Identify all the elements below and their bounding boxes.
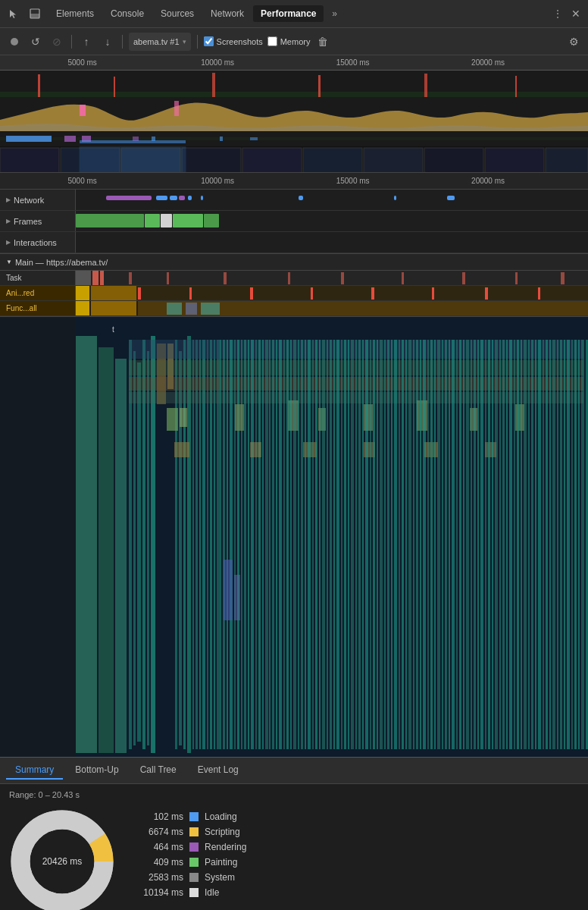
svg-rect-182 <box>434 340 436 749</box>
cursor-icon[interactable] <box>3 3 24 24</box>
svg-rect-110 <box>230 340 233 749</box>
svg-rect-84 <box>133 351 136 745</box>
svg-rect-1 <box>30 14 39 18</box>
svg-rect-164 <box>370 340 371 749</box>
more-tabs-button[interactable]: » <box>325 5 343 23</box>
svg-point-2 <box>11 38 18 46</box>
timeline-overview[interactable]: 5000 ms 10000 ms 15000 ms 20000 ms FPS C… <box>0 55 588 173</box>
interactions-track-row[interactable]: ▶ Interactions <box>0 232 588 253</box>
svg-rect-30 <box>546 148 588 174</box>
frames-collapse-icon: ▶ <box>6 218 11 224</box>
reload-button[interactable]: ↺ <box>27 33 44 50</box>
memory-checkbox[interactable] <box>267 36 277 46</box>
tab-call-tree[interactable]: Call Tree <box>131 761 186 780</box>
tab-performance[interactable]: Performance <box>253 5 324 22</box>
animation-label: Ani...red <box>0 286 76 300</box>
frames-track-label[interactable]: ▶ Frames <box>0 211 76 231</box>
settings-button[interactable]: ⚙ <box>565 33 582 50</box>
time-label-15000: 15000 ms <box>336 58 370 67</box>
svg-rect-24 <box>182 148 241 174</box>
svg-rect-137 <box>272 340 274 749</box>
svg-rect-35 <box>179 196 185 200</box>
memory-label: Memory <box>280 37 311 46</box>
svg-rect-63 <box>250 287 253 300</box>
target-selector[interactable]: abema.tv #1 ▾ <box>129 33 191 51</box>
svg-rect-186 <box>449 340 450 749</box>
svg-rect-118 <box>258 340 261 749</box>
svg-rect-209 <box>531 340 533 749</box>
svg-rect-62 <box>189 287 192 300</box>
close-devtools-button[interactable]: ✕ <box>567 8 585 20</box>
separator-1 <box>71 35 72 49</box>
svg-rect-59 <box>76 286 89 300</box>
bottom-tabs: Summary Bottom-Up Call Tree Event Log <box>0 757 588 784</box>
idle-color-swatch <box>189 888 199 897</box>
tab-console[interactable]: Console <box>103 5 152 22</box>
record-button[interactable] <box>6 33 23 50</box>
tab-event-log[interactable]: Event Log <box>189 761 248 780</box>
main-section-header[interactable]: ▼ Main — https://abema.tv/ <box>0 254 588 271</box>
svg-rect-228 <box>234 575 240 620</box>
svg-rect-241 <box>189 873 199 882</box>
svg-rect-210 <box>535 340 536 749</box>
frames-track-row[interactable]: ▶ Frames <box>0 211 588 232</box>
rendering-color-swatch <box>189 843 199 852</box>
svg-rect-119 <box>262 340 264 749</box>
svg-rect-196 <box>485 340 486 749</box>
svg-rect-165 <box>373 340 375 749</box>
screenshot-strip <box>0 146 588 173</box>
screenshots-checkbox[interactable] <box>204 36 214 46</box>
stop-button[interactable]: ⊘ <box>48 33 65 50</box>
svg-rect-194 <box>477 340 479 749</box>
interactions-track-label[interactable]: ▶ Interactions <box>0 232 76 253</box>
flame-chart-canvas[interactable]: t <box>0 317 588 757</box>
function-row: Func...all <box>0 301 588 316</box>
svg-rect-216 <box>557 340 558 749</box>
network-track-label[interactable]: ▶ Network <box>0 190 76 210</box>
svg-rect-61 <box>138 287 141 300</box>
svg-rect-212 <box>543 340 544 749</box>
svg-rect-220 <box>571 340 573 749</box>
svg-rect-56 <box>515 272 518 284</box>
svg-rect-55 <box>462 272 465 284</box>
legend-system: 2583 ms System <box>130 872 246 883</box>
summary-legend: 102 ms Loading 6674 ms Scripting 464 ms … <box>130 808 246 898</box>
separator-3 <box>197 35 198 49</box>
tab-summary[interactable]: Summary <box>6 761 63 780</box>
download-button[interactable]: ↓ <box>99 33 116 50</box>
svg-rect-159 <box>351 340 354 749</box>
clear-button[interactable]: 🗑 <box>314 33 331 50</box>
upload-button[interactable]: ↑ <box>78 33 95 50</box>
svg-rect-166 <box>377 340 378 749</box>
tab-sources[interactable]: Sources <box>153 5 202 22</box>
summary-panel: Range: 0 – 20.43 s <box>0 784 588 910</box>
svg-rect-33 <box>156 196 167 200</box>
svg-rect-80 <box>76 336 97 753</box>
menu-dots[interactable]: ⋮ <box>549 8 567 19</box>
tab-elements[interactable]: Elements <box>48 5 102 22</box>
scripting-label: Scripting <box>205 827 240 837</box>
svg-rect-181 <box>430 340 433 749</box>
tab-network[interactable]: Network <box>203 5 252 22</box>
svg-rect-169 <box>387 340 389 749</box>
svg-rect-162 <box>362 340 364 749</box>
timeline-main[interactable]: 5000 ms 10000 ms 15000 ms 20000 ms ▶ Net… <box>0 173 588 254</box>
svg-rect-177 <box>416 340 418 749</box>
svg-rect-52 <box>288 272 290 284</box>
network-track-row[interactable]: ▶ Network <box>0 190 588 211</box>
svg-rect-238 <box>189 827 199 836</box>
svg-rect-204 <box>514 340 515 749</box>
range-text: Range: 0 – 20.43 s <box>9 790 579 799</box>
svg-rect-76 <box>201 303 220 315</box>
svg-rect-21 <box>0 148 59 174</box>
tab-bottom-up[interactable]: Bottom-Up <box>66 761 127 780</box>
svg-rect-131 <box>250 442 261 457</box>
rendering-label: Rendering <box>205 842 246 852</box>
svg-rect-173 <box>402 340 404 749</box>
main-flame-section[interactable]: ▼ Main — https://abema.tv/ Task Ani...r <box>0 254 588 317</box>
rendering-value: 464 ms <box>130 842 183 852</box>
fps-track <box>0 71 588 97</box>
svg-rect-38 <box>299 196 303 200</box>
dock-icon[interactable] <box>24 3 45 24</box>
svg-rect-171 <box>394 340 397 749</box>
